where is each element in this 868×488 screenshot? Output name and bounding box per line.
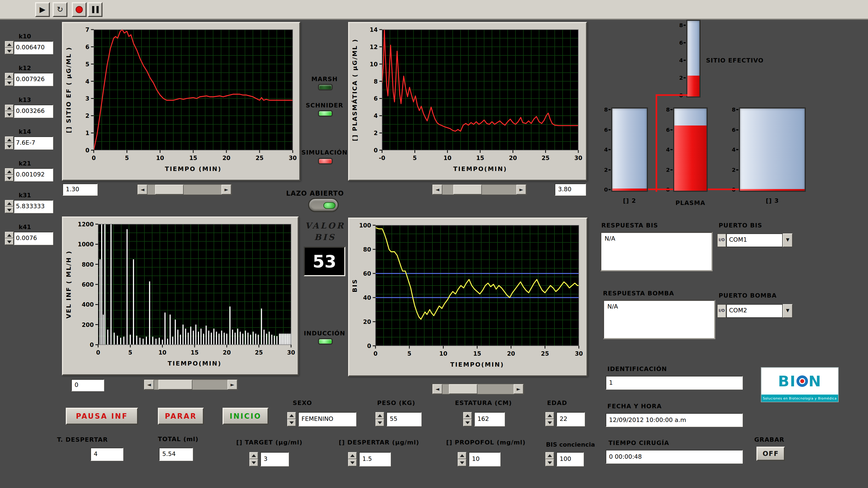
decrement-button[interactable] bbox=[348, 459, 357, 466]
param-k41-spinner[interactable] bbox=[5, 232, 14, 245]
param-k14-input[interactable]: 7.6E-7 bbox=[14, 136, 53, 150]
bis-conciencia-spinner[interactable] bbox=[546, 452, 554, 466]
peso-spinner[interactable] bbox=[375, 412, 384, 426]
dropdown-arrow-icon[interactable]: ▼ bbox=[783, 304, 793, 318]
increment-button[interactable] bbox=[546, 412, 554, 419]
scrollbar-track[interactable] bbox=[442, 185, 516, 195]
despertar-spinner[interactable] bbox=[348, 452, 357, 466]
propofol-input[interactable]: 10 bbox=[469, 452, 500, 466]
decrement-button[interactable] bbox=[5, 79, 14, 86]
edad-input[interactable]: 22 bbox=[556, 412, 585, 426]
scrollbar-thumb[interactable] bbox=[453, 185, 482, 195]
scrollbar-thumb[interactable] bbox=[158, 380, 192, 390]
grabar-button[interactable]: OFF bbox=[756, 447, 785, 461]
increment-button[interactable] bbox=[458, 452, 466, 459]
scroll-left-button[interactable]: ◄ bbox=[137, 185, 148, 195]
target-spinner[interactable] bbox=[249, 452, 258, 466]
bis-scrollbar[interactable]: ◄ ► bbox=[432, 384, 524, 395]
decrement-button[interactable] bbox=[375, 419, 384, 426]
record-button[interactable] bbox=[72, 2, 87, 17]
estatura-spinner[interactable] bbox=[463, 412, 472, 426]
param-k12-spinner[interactable] bbox=[5, 73, 14, 86]
decrement-button[interactable] bbox=[5, 206, 14, 213]
puerto-bomba-value[interactable]: COM2 bbox=[726, 304, 783, 318]
scroll-right-button[interactable]: ► bbox=[227, 380, 237, 390]
sexo-input[interactable]: FEMENINO bbox=[298, 412, 356, 426]
increment-button[interactable] bbox=[5, 105, 14, 111]
vel-inf-scrollbar[interactable]: ◄ ► bbox=[144, 379, 238, 390]
despertar-input[interactable]: 1.5 bbox=[359, 452, 391, 466]
dropdown-arrow-icon[interactable]: ▼ bbox=[783, 233, 793, 247]
decrement-button[interactable] bbox=[5, 175, 14, 182]
scroll-right-button[interactable]: ► bbox=[516, 185, 526, 195]
decrement-button[interactable] bbox=[5, 143, 14, 150]
increment-button[interactable] bbox=[5, 168, 14, 175]
parar-button[interactable]: PARAR bbox=[158, 408, 204, 425]
run-button[interactable]: ▶ bbox=[35, 2, 50, 17]
scrollbar-track[interactable] bbox=[442, 384, 514, 394]
peso-input[interactable]: 55 bbox=[386, 412, 422, 426]
increment-button[interactable] bbox=[5, 136, 14, 143]
param-k14-spinner[interactable] bbox=[5, 136, 14, 150]
marsh-led[interactable] bbox=[318, 84, 333, 90]
scroll-right-button[interactable]: ► bbox=[514, 384, 524, 394]
decrement-button[interactable] bbox=[5, 48, 14, 54]
scroll-left-button[interactable]: ◄ bbox=[433, 384, 442, 394]
puerto-bis-select[interactable]: I/O COM1 ▼ bbox=[717, 233, 793, 247]
scroll-right-button[interactable]: ► bbox=[221, 185, 231, 195]
param-k13-input[interactable]: 0.003266 bbox=[14, 105, 53, 118]
decrement-button[interactable] bbox=[463, 419, 472, 426]
plasmatica-scrollbar[interactable]: ◄ ► bbox=[432, 184, 527, 195]
lazo-abierto-toggle[interactable] bbox=[308, 198, 339, 212]
vel-inf-scale-input[interactable]: 0 bbox=[71, 379, 104, 391]
increment-button[interactable] bbox=[5, 232, 14, 238]
scrollbar-track[interactable] bbox=[148, 185, 221, 195]
param-k31-input[interactable]: 5.833333 bbox=[14, 200, 53, 213]
decrement-button[interactable] bbox=[546, 459, 554, 466]
simulacion-led[interactable] bbox=[318, 158, 333, 164]
inicio-button[interactable]: INICIO bbox=[222, 408, 269, 425]
fecha-hora-input[interactable]: 12/09/2012 10:00:00 a.m bbox=[606, 413, 743, 427]
sitio-ef-scrollbar[interactable]: ◄ ► bbox=[137, 184, 232, 195]
increment-button[interactable] bbox=[546, 452, 554, 459]
decrement-button[interactable] bbox=[546, 419, 554, 426]
param-k12-input[interactable]: 0.007926 bbox=[14, 73, 53, 86]
scrollbar-thumb[interactable] bbox=[449, 384, 477, 394]
decrement-button[interactable] bbox=[287, 419, 296, 426]
increment-button[interactable] bbox=[5, 200, 14, 206]
target-input[interactable]: 3 bbox=[260, 452, 289, 466]
param-k21-spinner[interactable] bbox=[5, 168, 14, 182]
scroll-left-button[interactable]: ◄ bbox=[433, 185, 442, 195]
param-k41-input[interactable]: 0.0076 bbox=[14, 232, 53, 245]
increment-button[interactable] bbox=[348, 452, 357, 459]
decrement-button[interactable] bbox=[458, 459, 466, 466]
decrement-button[interactable] bbox=[249, 459, 258, 466]
puerto-bis-value[interactable]: COM1 bbox=[726, 233, 783, 247]
increment-button[interactable] bbox=[5, 73, 14, 79]
induccion-led[interactable] bbox=[318, 338, 333, 345]
increment-button[interactable] bbox=[287, 412, 296, 419]
bis-conciencia-input[interactable]: 100 bbox=[556, 452, 584, 466]
increment-button[interactable] bbox=[463, 412, 472, 419]
param-k21-input[interactable]: 0.001092 bbox=[14, 168, 53, 182]
sexo-spinner[interactable] bbox=[287, 412, 296, 426]
identificacion-input[interactable]: 1 bbox=[606, 376, 743, 390]
increment-button[interactable] bbox=[249, 452, 258, 459]
puerto-bomba-select[interactable]: I/O COM2 ▼ bbox=[717, 304, 793, 318]
sitio-ef-scale-input[interactable]: 1.30 bbox=[62, 184, 98, 196]
pausa-inf-button[interactable]: PAUSA INF bbox=[66, 408, 138, 425]
decrement-button[interactable] bbox=[5, 238, 14, 245]
decrement-button[interactable] bbox=[5, 111, 14, 118]
param-k13-spinner[interactable] bbox=[5, 105, 14, 118]
estatura-input[interactable]: 162 bbox=[474, 412, 505, 426]
increment-button[interactable] bbox=[375, 412, 384, 419]
plasmatica-scale-input[interactable]: 3.80 bbox=[555, 184, 586, 196]
continuous-run-button[interactable]: ↻ bbox=[53, 2, 67, 17]
scrollbar-thumb[interactable] bbox=[155, 185, 184, 195]
param-k10-spinner[interactable] bbox=[5, 41, 14, 54]
scroll-left-button[interactable]: ◄ bbox=[144, 380, 154, 390]
param-k10-input[interactable]: 0.006470 bbox=[14, 41, 53, 54]
increment-button[interactable] bbox=[5, 41, 14, 48]
edad-spinner[interactable] bbox=[546, 412, 554, 426]
param-k31-spinner[interactable] bbox=[5, 200, 14, 213]
